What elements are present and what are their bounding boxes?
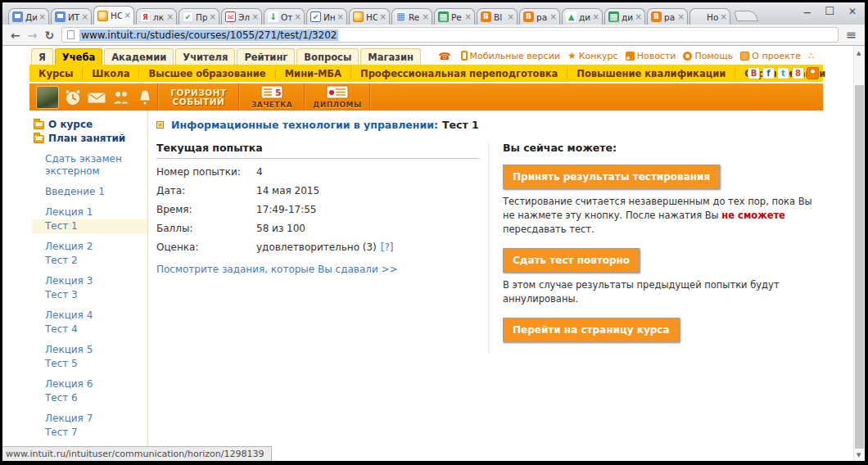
sidebar-folder-link[interactable]: План занятий: [32, 132, 147, 146]
chrome-menu-icon[interactable]: [846, 27, 857, 43]
social-icon[interactable]: В: [748, 67, 760, 79]
social-icon[interactable]: [807, 67, 819, 79]
browser-tab[interactable]: НС: [349, 8, 390, 25]
social-icon[interactable]: t: [777, 67, 789, 79]
horizon-events-link[interactable]: ГОРИЗОНТ СОБЫТИЙ: [160, 88, 237, 106]
window-minimize-button[interactable]: [803, 7, 811, 17]
social-icon[interactable]: 8: [792, 67, 804, 79]
page-scrollbar[interactable]: [853, 46, 865, 461]
back-button[interactable]: [11, 29, 20, 42]
tab-close-icon[interactable]: [337, 13, 344, 21]
browser-tab[interactable]: ра: [519, 8, 560, 25]
sidebar-link[interactable]: Тест 4: [32, 323, 147, 336]
scrollbar-thumb[interactable]: [855, 85, 864, 449]
browser-tab[interactable]: Ре: [434, 8, 475, 25]
sidebar-link[interactable]: Сдать экзамен экстерном: [32, 152, 147, 178]
site-nav-item[interactable]: Школа: [82, 68, 138, 79]
tab-close-icon[interactable]: [295, 13, 301, 21]
action-button[interactable]: Сдать тест повторно: [503, 248, 640, 273]
new-tab-button[interactable]: [734, 11, 758, 21]
tab-close-icon[interactable]: [423, 13, 429, 21]
tab-close-icon[interactable]: [380, 13, 387, 21]
browser-tab[interactable]: От: [264, 8, 305, 25]
alarm-clock-icon[interactable]: [63, 87, 83, 108]
bell-icon[interactable]: [135, 87, 155, 108]
tab-close-icon[interactable]: [210, 13, 216, 21]
sidebar-link[interactable]: Лекция 2: [32, 240, 147, 254]
grade-help-link[interactable]: [?]: [381, 242, 394, 253]
scroll-down-arrow-icon[interactable]: [857, 452, 861, 458]
sidebar-folder-link[interactable]: О курсе: [32, 118, 147, 132]
sidebar-link[interactable]: Тест 3: [32, 288, 147, 302]
browser-tab[interactable]: Bl: [477, 8, 518, 25]
browser-tab[interactable]: ИТ: [51, 8, 92, 25]
course-title-link[interactable]: Информационные технологии в управлении:: [171, 119, 438, 131]
sidebar-link[interactable]: Лекция 4: [32, 309, 147, 323]
sidebar-link[interactable]: Тест 1: [32, 219, 147, 233]
utility-link[interactable]: Конкурс: [567, 50, 618, 61]
browser-tab[interactable]: лк: [136, 8, 177, 25]
forward-button[interactable]: [28, 29, 38, 42]
site-nav-tab[interactable]: Я: [31, 48, 53, 65]
sidebar-link[interactable]: Тест 7: [32, 426, 147, 440]
browser-tab[interactable]: Ин: [306, 8, 347, 25]
action-button[interactable]: Перейти на страницу курса: [503, 318, 680, 342]
browser-tab[interactable]: Пр: [179, 8, 219, 25]
tab-close-icon[interactable]: [465, 13, 472, 21]
window-maximize-button[interactable]: [825, 7, 834, 17]
tab-close-icon[interactable]: [39, 13, 46, 21]
sidebar-link[interactable]: Тест 2: [32, 254, 147, 268]
utility-link[interactable]: О проекте: [740, 51, 801, 61]
social-icon[interactable]: f: [762, 67, 775, 79]
tab-close-icon[interactable]: [593, 13, 599, 21]
sidebar-link[interactable]: Тест 5: [32, 357, 147, 371]
window-close-button[interactable]: [848, 7, 857, 17]
site-nav-tab[interactable]: Академии: [104, 48, 174, 65]
tab-close-icon[interactable]: [82, 13, 88, 21]
utility-link[interactable]: Помощь: [683, 51, 733, 61]
user-avatar[interactable]: [37, 87, 58, 108]
site-nav-item[interactable]: Курсы: [29, 68, 82, 79]
site-nav-tab[interactable]: Учеба: [55, 48, 102, 65]
browser-tab[interactable]: Эл: [221, 8, 262, 25]
people-icon[interactable]: [111, 87, 132, 108]
tab-close-icon[interactable]: [678, 13, 685, 21]
site-nav-item[interactable]: Повышение квалификации: [567, 68, 735, 79]
sidebar-link[interactable]: Лекция 3: [32, 274, 147, 288]
site-nav-item[interactable]: Мини-МБА: [275, 68, 350, 79]
sidebar-link[interactable]: Лекция 5: [32, 343, 147, 357]
sidebar-link[interactable]: Лекция 1: [32, 205, 147, 219]
utility-link[interactable]: [439, 51, 454, 61]
review-tasks-link[interactable]: Посмотрите задания, которые Вы сдавали >…: [156, 264, 488, 275]
utility-link[interactable]: Новости: [626, 51, 676, 61]
gradebook-link[interactable]: 5 ЗАЧЕТКА: [241, 85, 303, 109]
tab-close-icon[interactable]: [550, 13, 557, 21]
site-nav-item[interactable]: Профессиональная переподготовка: [350, 68, 567, 79]
tab-close-icon[interactable]: [124, 11, 131, 20]
browser-tab[interactable]: ди: [604, 8, 645, 25]
site-nav-tab[interactable]: Рейтинг: [237, 48, 295, 65]
tab-close-icon[interactable]: [167, 13, 174, 21]
site-nav-tab[interactable]: Учителя: [175, 48, 235, 65]
site-nav-item[interactable]: Высшее образование: [138, 68, 274, 79]
site-nav-tab[interactable]: Вопросы: [296, 48, 359, 65]
scroll-up-arrow-icon[interactable]: [857, 50, 861, 56]
address-bar[interactable]: www.intuit.ru/studies/courses/1055/271/t…: [61, 27, 838, 43]
browser-tab[interactable]: ди: [562, 8, 603, 25]
tab-close-icon[interactable]: [252, 13, 259, 21]
reload-button[interactable]: [44, 29, 54, 42]
action-button[interactable]: Принять результаты тестирования: [503, 165, 720, 189]
sidebar-link[interactable]: Лекция 6: [32, 377, 147, 391]
site-nav-tab[interactable]: Магазин: [360, 48, 421, 65]
mail-envelope-icon[interactable]: [86, 87, 107, 108]
browser-tab[interactable]: Ди: [8, 8, 49, 25]
tab-close-icon[interactable]: [508, 13, 514, 21]
browser-tab[interactable]: ра: [647, 8, 688, 25]
tab-close-icon[interactable]: [721, 13, 727, 21]
utility-link[interactable]: [808, 51, 816, 61]
tab-close-icon[interactable]: [635, 13, 642, 21]
url-text[interactable]: www.intuit.ru/studies/courses/1055/271/t…: [79, 29, 338, 41]
sidebar-link[interactable]: Тест 6: [32, 391, 147, 405]
utility-link[interactable]: Мобильные версии: [461, 51, 560, 61]
sidebar-link[interactable]: Введение 1: [32, 185, 147, 199]
